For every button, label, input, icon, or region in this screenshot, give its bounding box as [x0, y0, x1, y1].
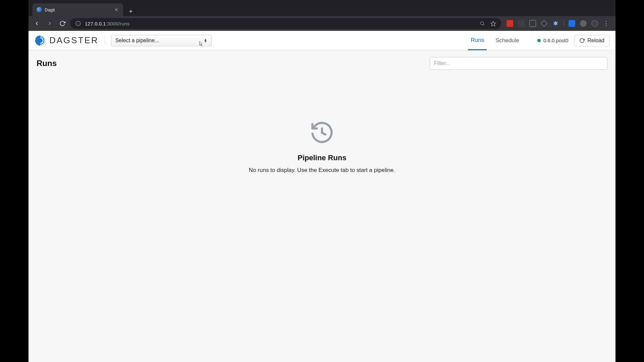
tab-title: Dagit	[45, 7, 111, 12]
status-dot-icon	[537, 39, 541, 42]
site-info-icon[interactable]	[75, 20, 82, 27]
browser-tab-bar: Dagit ✕ ＋	[29, 0, 615, 16]
pipeline-select[interactable]: Select a pipeline... ▲▼	[111, 35, 212, 46]
extension-icon[interactable]: ✱	[552, 20, 559, 27]
close-tab-button[interactable]: ✕	[114, 7, 119, 12]
nav-schedule[interactable]: Schedule	[493, 31, 522, 50]
divider	[105, 36, 105, 45]
content-area: Runs Pipeline Runs No runs to display. U…	[29, 50, 615, 362]
page-title: Runs	[37, 59, 57, 68]
zoom-icon[interactable]	[479, 20, 486, 27]
extension-icon[interactable]	[541, 20, 547, 27]
svg-point-6	[35, 35, 46, 46]
browser-toolbar: 127.0.0.1:3000/runs ✱	[29, 16, 615, 31]
content-header: Runs	[37, 57, 607, 70]
version-badge: 0.6.0.post0	[537, 38, 568, 43]
nav-runs[interactable]: Runs	[468, 31, 487, 50]
app-root: DAGSTER Select a pipeline... ▲▼ Runs	[29, 31, 615, 362]
pipeline-select-label: Select a pipeline...	[115, 38, 159, 44]
favicon-icon	[37, 7, 42, 12]
profile-avatar-icon[interactable]	[591, 20, 598, 27]
browser-tab[interactable]: Dagit ✕	[33, 3, 123, 16]
browser-menu-button[interactable]: ⋮	[603, 20, 609, 27]
empty-description: No runs to display. Use the Execute tab …	[249, 167, 395, 174]
empty-state: Pipeline Runs No runs to display. Use th…	[37, 70, 607, 355]
new-tab-button[interactable]: ＋	[126, 6, 136, 16]
logo-icon	[35, 35, 46, 46]
forward-button[interactable]	[45, 18, 55, 28]
reload-page-button[interactable]	[57, 18, 67, 28]
back-button[interactable]	[32, 18, 42, 28]
app-header: DAGSTER Select a pipeline... ▲▼ Runs	[29, 31, 615, 50]
extension-icon[interactable]	[580, 20, 587, 27]
svg-line-4	[483, 24, 484, 25]
svg-marker-5	[491, 21, 495, 26]
extension-icon[interactable]	[569, 20, 575, 27]
extension-icon[interactable]	[506, 20, 513, 27]
extension-icon[interactable]	[518, 20, 525, 27]
extension-icon[interactable]	[529, 20, 536, 27]
svg-point-3	[481, 22, 484, 25]
filter-input[interactable]	[430, 57, 607, 70]
logo[interactable]: DAGSTER	[35, 35, 99, 46]
address-bar[interactable]: 127.0.0.1:3000/runs	[70, 18, 501, 29]
reload-icon	[579, 38, 585, 43]
empty-title: Pipeline Runs	[298, 154, 346, 162]
reload-button[interactable]: Reload	[574, 35, 609, 46]
bookmark-icon[interactable]	[490, 20, 496, 27]
extensions-area: ✱ ⋮	[504, 20, 612, 27]
logo-text: DAGSTER	[49, 35, 99, 46]
version-text: 0.6.0.post0	[543, 38, 568, 43]
caret-sort-icon: ▲▼	[204, 39, 207, 43]
url-text: 127.0.0.1:3000/runs	[85, 21, 129, 26]
history-icon	[309, 120, 335, 145]
